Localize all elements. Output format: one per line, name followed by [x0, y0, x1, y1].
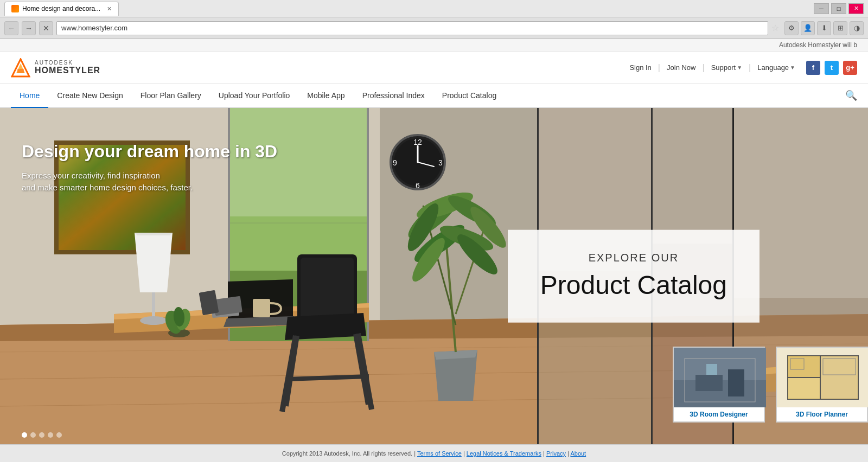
floor-planner-label: 3D Floor Planner [777, 407, 867, 421]
sign-in-link[interactable]: Sign In [629, 63, 651, 72]
hero-subtext: Express your creativity, find inspiratio… [22, 170, 195, 194]
svg-point-24 [140, 316, 167, 325]
address-bar[interactable]: www.homestyler.com [56, 21, 768, 35]
separator-1: | [658, 63, 660, 73]
brand-label: HOMESTYLER [35, 66, 100, 75]
hero-text: Design your dream home in 3D Express you… [22, 140, 277, 194]
explore-label: EXPLORE OUR [540, 252, 727, 264]
floor-planner-thumbnail [777, 348, 868, 407]
tab-title: Home design and decora... [22, 5, 100, 12]
dot-4[interactable] [48, 432, 53, 438]
svg-rect-86 [788, 378, 820, 399]
logo-area: AUTODESK HOMESTYLER [11, 58, 100, 78]
dot-1[interactable] [22, 432, 27, 438]
downloads-icon[interactable]: ⬇ [817, 21, 831, 35]
room-designer-label: 3D Room Designer [674, 407, 764, 421]
tab-favicon [11, 5, 19, 12]
facebook-icon[interactable]: f [806, 61, 820, 75]
toolbar-icons: ⚙ 👤 ⬇ ⊞ ◑ [784, 21, 864, 35]
svg-rect-79 [695, 375, 723, 391]
apps-icon[interactable]: ⊞ [833, 21, 847, 35]
back-button[interactable]: ← [4, 21, 18, 35]
room-designer-card[interactable]: 3D Room Designer [673, 347, 765, 423]
language-arrow: ▼ [790, 65, 795, 71]
product-catalog-overlay: EXPLORE OUR Product Catalog [508, 230, 760, 323]
site-wrapper: Autodesk Homestyler will b AUTODESK HOME… [0, 39, 868, 462]
theme-icon[interactable]: ◑ [850, 21, 864, 35]
browser-tab[interactable]: Home design and decora... ✕ [4, 2, 119, 16]
room-designer-thumbnail [674, 348, 766, 407]
svg-rect-23 [152, 292, 155, 319]
support-label: Support [711, 63, 736, 72]
notice-text: Autodesk Homestyler will b [779, 41, 857, 49]
svg-text:9: 9 [393, 158, 397, 167]
svg-rect-81 [706, 364, 717, 375]
browser-chrome: Home design and decora... ✕ ─ □ ✕ ← → ✕ … [0, 0, 868, 39]
notice-bar: Autodesk Homestyler will b [0, 39, 868, 52]
svg-rect-2 [17, 69, 24, 73]
minimize-button[interactable]: ─ [814, 3, 829, 14]
product-catalog-title: Product Catalog [540, 270, 727, 301]
svg-text:3: 3 [438, 158, 443, 167]
svg-rect-70 [653, 108, 732, 244]
svg-rect-85 [820, 356, 858, 399]
search-icon[interactable]: 🔍 [845, 89, 857, 101]
language-label: Language [757, 63, 789, 72]
language-dropdown[interactable]: Language ▼ [757, 63, 795, 72]
nav-upload-portfolio[interactable]: Upload Your Portfolio [210, 84, 299, 108]
close-button[interactable]: ✕ [848, 3, 864, 14]
footer-copyright: Copyright 2013 Autodesk, Inc. All rights… [282, 450, 412, 457]
svg-line-42 [286, 376, 369, 379]
hero-section: 12 3 6 9 Design your [0, 108, 868, 444]
nav-create-new-design[interactable]: Create New Design [48, 84, 131, 108]
site-footer: Copyright 2013 Autodesk, Inc. All rights… [0, 444, 868, 462]
footer-terms[interactable]: Terms of Service [417, 450, 462, 457]
join-now-link[interactable]: Join Now [667, 63, 695, 72]
browser-toolbar: ← → ✕ www.homestyler.com ☆ ⚙ 👤 ⬇ ⊞ ◑ [0, 17, 868, 39]
forward-button[interactable]: → [22, 21, 36, 35]
dot-2[interactable] [30, 432, 36, 438]
footer-legal[interactable]: Legal Notices & Trademarks [467, 450, 541, 457]
extensions-icon[interactable]: ⚙ [784, 21, 799, 35]
hero-heading: Design your dream home in 3D [22, 140, 277, 163]
header-actions: Sign In | Join Now | Support ▼ | Languag… [629, 61, 857, 75]
footer-privacy[interactable]: Privacy [546, 450, 566, 457]
svg-text:6: 6 [416, 181, 420, 190]
social-icons: f t g+ [806, 61, 857, 75]
reload-button[interactable]: ✕ [39, 21, 53, 35]
support-dropdown[interactable]: Support ▼ [711, 63, 742, 72]
svg-marker-22 [135, 233, 173, 235]
nav-floor-plan-gallery[interactable]: Floor Plan Gallery [132, 84, 210, 108]
hero-dots [22, 432, 62, 438]
logo-icon [11, 58, 30, 78]
autodesk-label: AUTODESK [35, 60, 100, 66]
browser-title-bar: Home design and decora... ✕ ─ □ ✕ [0, 0, 868, 17]
maximize-button[interactable]: □ [831, 3, 846, 14]
support-arrow: ▼ [737, 65, 742, 71]
svg-rect-80 [728, 369, 744, 396]
user-icon[interactable]: 👤 [801, 21, 815, 35]
svg-rect-27 [253, 299, 270, 317]
floor-planner-card[interactable]: 3D Floor Planner [776, 347, 868, 423]
dot-5[interactable] [56, 432, 62, 438]
footer-about[interactable]: About [570, 450, 586, 457]
nav-home[interactable]: Home [11, 84, 48, 108]
url-text: www.homestyler.com [61, 24, 127, 32]
twitter-icon[interactable]: t [825, 61, 839, 75]
site-header: AUTODESK HOMESTYLER Sign In | Join Now |… [0, 52, 868, 84]
bookmark-icon[interactable]: ☆ [771, 23, 779, 33]
nav-bar: Home Create New Design Floor Plan Galler… [0, 84, 868, 108]
dot-3[interactable] [39, 432, 44, 438]
window-controls: ─ □ ✕ [814, 3, 864, 14]
hero-thumbnails: 3D Room Designer [673, 347, 868, 423]
nav-mobile-app[interactable]: Mobile App [298, 84, 353, 108]
separator-2: | [702, 63, 704, 73]
svg-marker-21 [135, 233, 173, 292]
nav-product-catalog[interactable]: Product Catalog [433, 84, 505, 108]
googleplus-icon[interactable]: g+ [843, 61, 857, 75]
logo-text: AUTODESK HOMESTYLER [35, 60, 100, 75]
separator-3: | [749, 63, 751, 73]
tab-close-button[interactable]: ✕ [107, 5, 112, 12]
nav-professional-index[interactable]: Professional Index [354, 84, 433, 108]
